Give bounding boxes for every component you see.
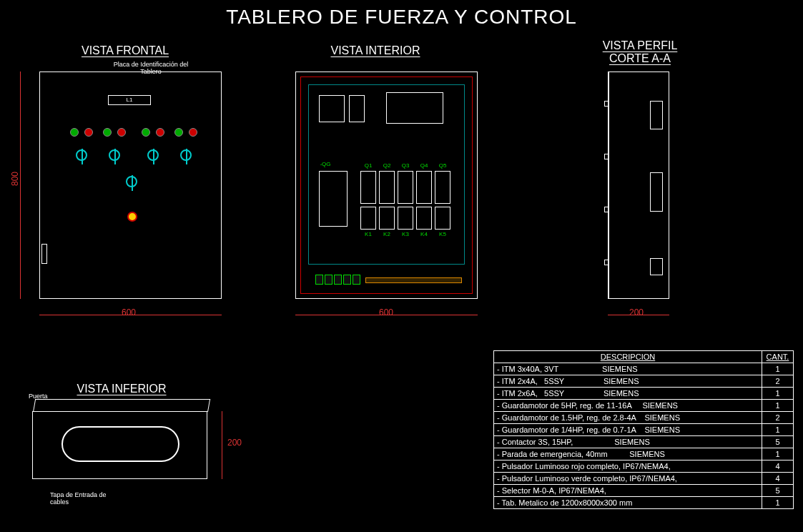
label-vista-perfil: VISTA PERFIL CORTE A-A [590, 39, 690, 65]
table-row: - Parada de emergencia, 40mm SIEMENS1 [494, 448, 794, 460]
contactor-k1 [360, 207, 376, 230]
indicator-red-3 [156, 128, 164, 137]
dim-text-600-front: 600 [122, 307, 136, 317]
terminal-strip [365, 277, 462, 283]
dim-text-200-bottom: 200 [227, 438, 242, 448]
terminal-5 [353, 275, 360, 285]
dim-text-600-interior: 600 [379, 307, 393, 317]
table-row: - Guardamotor de 1.5HP, reg. de 2.8-4A S… [494, 412, 794, 424]
guardamotor-q3 [398, 171, 413, 204]
label-k4: K4 [416, 231, 432, 237]
cable-entry-hole [61, 426, 179, 462]
interior-panel: -QG Q1 Q2 Q3 Q4 Q5 K1 K2 K3 K4 K5 [295, 72, 478, 299]
table-row: - ITM 3x40A, 3VT SIEMENS1 [494, 363, 794, 375]
identification-plate: L1 [108, 95, 151, 105]
note-puerta: Puerta [29, 393, 64, 400]
label-k1: K1 [360, 231, 376, 237]
label-k2: K2 [379, 231, 395, 237]
plc-or-main [386, 92, 443, 124]
parts-header-qty: CANT. [762, 351, 794, 363]
terminal-3 [334, 275, 342, 285]
note-id-plate: Placa de Identificación del Tablero [108, 61, 194, 76]
contactor-k4 [416, 207, 432, 230]
selector-2 [109, 149, 120, 161]
indicator-red-2 [117, 128, 126, 137]
label-vista-interior: VISTA INTERIOR [315, 44, 436, 57]
indicator-green-3 [142, 128, 150, 137]
hinge-rail [604, 101, 609, 265]
parts-table: DESCRIPCION CANT. - ITM 3x40A, 3VT SIEME… [493, 350, 794, 509]
profile-device-3 [650, 258, 663, 275]
guardamotor-q4 [416, 171, 432, 204]
table-row: - ITM 2x4A, 5SSY SIEMENS2 [494, 375, 794, 388]
contactor-k3 [398, 207, 413, 230]
front-panel: L1 Placa de Identificación del Tablero [39, 72, 222, 299]
label-q3: Q3 [398, 162, 413, 169]
label-q5: Q5 [435, 162, 450, 169]
contactor-k5 [435, 207, 450, 230]
table-row: - Pulsador Luminoso rojo completo, IP67/… [494, 460, 794, 473]
table-row: - Guardamotor de 1/4HP, reg. de 0.7-1A S… [494, 424, 794, 436]
contactor-k2 [379, 207, 395, 230]
guardamotor-q1 [360, 171, 376, 204]
table-row: - Guardamotor de 5HP, reg. de 11-16A SIE… [494, 400, 794, 412]
label-q1: Q1 [360, 162, 376, 169]
indicator-green-2 [103, 128, 112, 137]
emergency-stop [127, 212, 137, 222]
profile-device-2 [650, 172, 663, 212]
parts-header-desc: DESCRIPCION [494, 351, 762, 363]
label-k3: K3 [398, 231, 413, 237]
dim-text-800: 800 [10, 172, 20, 186]
indicator-red-4 [189, 128, 197, 137]
bottom-view-door [33, 399, 210, 412]
door-handle [41, 244, 47, 264]
drawing-title: TABLERO DE FUERZA Y CONTROL [0, 6, 803, 29]
profile-panel [608, 72, 669, 299]
dim-line-200-bottom [222, 411, 222, 479]
label-vista-frontal: VISTA FRONTAL [72, 44, 179, 57]
selector-4 [180, 149, 192, 161]
indicator-red-1 [84, 128, 93, 137]
main-breaker-qg [319, 171, 348, 227]
note-tapa: Tapa de Entrada de cables [50, 492, 122, 506]
label-k5: K5 [435, 231, 450, 237]
selector-5 [126, 176, 137, 187]
selector-1 [76, 149, 87, 161]
interior-backplate: -QG Q1 Q2 Q3 Q4 Q5 K1 K2 K3 K4 K5 [300, 77, 473, 294]
terminal-2 [325, 275, 332, 285]
breaker-small-1 [319, 95, 345, 122]
indicator-green-4 [174, 128, 183, 137]
label-q2: Q2 [379, 162, 395, 169]
table-row: - Contactor 3S, 15HP, SIEMENS5 [494, 436, 794, 448]
dim-text-200-profile: 200 [629, 307, 644, 317]
table-row: - ITM 2x6A, 5SSY SIEMENS1 [494, 388, 794, 400]
profile-device-1 [650, 101, 663, 129]
terminal-4 [343, 275, 351, 285]
dim-line-800 [20, 72, 21, 299]
label-qg: -QG [315, 161, 336, 167]
label-vista-inferior: VISTA INFERIOR [64, 383, 179, 395]
selector-3 [147, 149, 159, 161]
guardamotor-q2 [379, 171, 395, 204]
guardamotor-q5 [435, 171, 450, 204]
bottom-view-panel [32, 411, 207, 479]
table-row: - Selector M-0-A, IP67/NEMA4,5 [494, 485, 794, 497]
label-q4: Q4 [416, 162, 432, 169]
breaker-small-2 [349, 95, 365, 122]
indicator-green-1 [70, 128, 79, 137]
terminal-1 [315, 275, 323, 285]
table-row: - Tab. Metalico de 1200x8000x300 mm1 [494, 497, 794, 509]
table-row: - Pulsador Luminoso verde completo, IP67… [494, 473, 794, 485]
din-frame: -QG Q1 Q2 Q3 Q4 Q5 K1 K2 K3 K4 K5 [308, 84, 465, 265]
